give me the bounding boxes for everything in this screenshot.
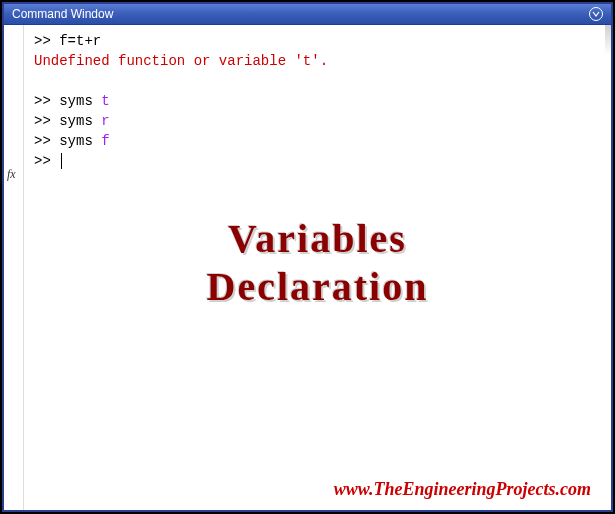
- content-area: fx >> f=t+r Undefined function or variab…: [4, 25, 611, 510]
- variable-r: r: [101, 113, 109, 129]
- blank-line: [34, 71, 601, 91]
- console[interactable]: >> f=t+r Undefined function or variable …: [24, 25, 611, 510]
- command-line-4: >> syms f: [34, 131, 601, 151]
- syms-keyword: syms: [59, 113, 101, 129]
- overlay-title-line2: Declaration: [24, 263, 611, 311]
- overlay-title-line1: Variables: [24, 215, 611, 263]
- titlebar: Command Window: [4, 4, 611, 25]
- syms-keyword: syms: [59, 133, 101, 149]
- cursor-icon: [61, 153, 62, 169]
- syms-keyword: syms: [59, 93, 101, 109]
- window-title: Command Window: [12, 7, 113, 21]
- dropdown-icon[interactable]: [589, 7, 603, 21]
- fx-icon[interactable]: fx: [7, 167, 16, 182]
- command-line-3: >> syms r: [34, 111, 601, 131]
- prompt-text: >>: [34, 153, 59, 169]
- prompt-prefix: >>: [34, 133, 59, 149]
- command-line-2: >> syms t: [34, 91, 601, 111]
- gutter: fx: [4, 25, 24, 510]
- scrollbar-hint: [605, 25, 611, 55]
- command-window: Command Window fx >> f=t+r Undefined fun…: [2, 2, 613, 512]
- variable-t: t: [101, 93, 109, 109]
- variable-f: f: [101, 133, 109, 149]
- current-prompt[interactable]: >>: [34, 151, 601, 171]
- prompt-prefix: >>: [34, 93, 59, 109]
- error-message: Undefined function or variable 't'.: [34, 51, 601, 71]
- prompt-prefix: >>: [34, 113, 59, 129]
- command-line-1: >> f=t+r: [34, 31, 601, 51]
- overlay-title: Variables Declaration: [24, 215, 611, 311]
- watermark: www.TheEngineeringProjects.com: [334, 479, 591, 500]
